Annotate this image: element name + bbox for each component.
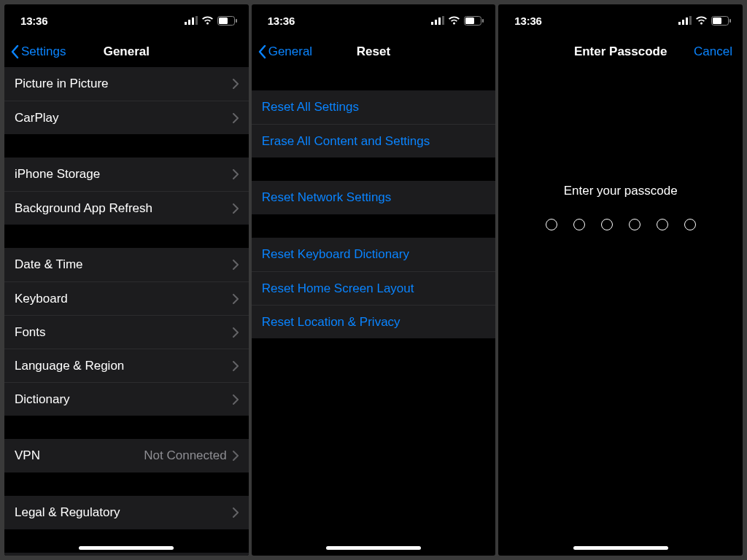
chevron-right-icon: [233, 327, 239, 338]
svg-rect-15: [682, 20, 684, 25]
svg-rect-9: [438, 18, 441, 25]
svg-rect-0: [185, 22, 187, 25]
passcode-dot: [684, 219, 696, 230]
chevron-right-icon: [233, 508, 239, 518]
svg-rect-12: [465, 18, 474, 24]
row-background-app-refresh[interactable]: Background App Refresh: [4, 191, 249, 225]
status-time: 13:36: [20, 15, 47, 27]
status-bar: 13:36: [252, 4, 496, 36]
back-button-general[interactable]: General: [258, 44, 312, 59]
chevron-right-icon: [233, 451, 239, 461]
row-picture-in-picture[interactable]: Picture in Picture: [4, 67, 249, 101]
status-icons: [431, 16, 484, 26]
svg-rect-6: [236, 19, 237, 23]
nav-title: General: [104, 44, 150, 59]
nav-bar: Settings General: [4, 36, 249, 67]
back-label: Settings: [21, 44, 66, 59]
svg-rect-16: [686, 18, 688, 25]
svg-rect-5: [219, 18, 228, 24]
row-date-time[interactable]: Date & Time: [4, 248, 249, 281]
cellular-icon: [678, 16, 692, 25]
wifi-icon: [201, 16, 214, 25]
back-button-settings[interactable]: Settings: [10, 44, 66, 59]
passcode-prompt: Enter your passcode: [564, 184, 678, 198]
status-icons: [185, 16, 237, 26]
home-indicator[interactable]: [326, 546, 421, 550]
cellular-icon: [431, 16, 444, 25]
vpn-status: Not Connected: [144, 448, 226, 463]
row-reset-home-screen-layout[interactable]: Reset Home Screen Layout: [252, 271, 496, 305]
chevron-left-icon: [10, 44, 19, 59]
back-label: General: [268, 44, 312, 59]
passcode-dot: [573, 219, 585, 230]
battery-icon: [217, 16, 237, 26]
svg-rect-8: [435, 20, 437, 25]
passcode-body: Enter your passcode: [498, 67, 743, 556]
settings-list[interactable]: Picture in Picture CarPlay iPhone Storag…: [4, 67, 249, 556]
svg-rect-17: [689, 16, 692, 25]
nav-bar: General Reset: [252, 36, 496, 67]
status-time: 13:36: [268, 15, 295, 27]
nav-title: Enter Passcode: [574, 44, 667, 59]
phone-reset: 13:36 General Reset Reset All Settings E…: [252, 4, 496, 556]
battery-icon: [711, 16, 731, 26]
status-bar: 13:36: [498, 4, 743, 36]
chevron-right-icon: [233, 260, 239, 270]
chevron-right-icon: [233, 169, 239, 179]
row-erase-all-content[interactable]: Erase All Content and Settings: [252, 124, 496, 158]
chevron-right-icon: [233, 79, 239, 89]
passcode-dots[interactable]: [546, 219, 696, 230]
reset-list[interactable]: Reset All Settings Erase All Content and…: [252, 67, 496, 556]
svg-rect-20: [729, 19, 731, 23]
row-reset-network-settings[interactable]: Reset Network Settings: [252, 181, 496, 214]
row-carplay[interactable]: CarPlay: [4, 101, 249, 134]
row-language-region[interactable]: Language & Region: [4, 349, 249, 382]
svg-rect-19: [713, 18, 721, 24]
wifi-icon: [695, 16, 708, 25]
cancel-button[interactable]: Cancel: [694, 44, 737, 59]
chevron-right-icon: [233, 361, 239, 371]
chevron-right-icon: [233, 394, 239, 405]
battery-icon: [464, 16, 484, 26]
status-bar: 13:36: [4, 4, 249, 36]
passcode-dot: [629, 219, 640, 230]
row-iphone-storage[interactable]: iPhone Storage: [4, 158, 249, 191]
row-reset-location-privacy[interactable]: Reset Location & Privacy: [252, 305, 496, 338]
passcode-dot: [657, 219, 668, 230]
svg-rect-10: [442, 16, 444, 25]
row-fonts[interactable]: Fonts: [4, 315, 249, 349]
row-vpn[interactable]: VPNNot Connected: [4, 439, 249, 472]
phone-general: 13:36 Settings General Picture in Pictur…: [4, 4, 249, 556]
nav-bar: Enter Passcode Cancel: [498, 36, 743, 67]
cellular-icon: [185, 16, 198, 25]
svg-rect-1: [188, 20, 190, 25]
wifi-icon: [448, 16, 460, 25]
row-reset-keyboard-dictionary[interactable]: Reset Keyboard Dictionary: [252, 238, 496, 271]
passcode-dot: [546, 219, 557, 230]
row-reset[interactable]: Reset: [4, 553, 249, 556]
phone-passcode: 13:36 Enter Passcode Cancel Enter your p…: [498, 4, 743, 556]
svg-rect-13: [482, 19, 484, 23]
svg-rect-7: [431, 22, 433, 25]
chevron-left-icon: [258, 44, 266, 59]
row-keyboard[interactable]: Keyboard: [4, 281, 249, 315]
svg-rect-14: [678, 22, 681, 25]
nav-title: Reset: [357, 44, 390, 59]
home-indicator[interactable]: [79, 546, 174, 550]
svg-rect-3: [196, 16, 198, 25]
chevron-right-icon: [233, 113, 239, 123]
status-time: 13:36: [514, 15, 541, 27]
row-dictionary[interactable]: Dictionary: [4, 382, 249, 416]
passcode-dot: [601, 219, 613, 230]
svg-rect-2: [192, 18, 194, 25]
status-icons: [678, 16, 731, 26]
home-indicator[interactable]: [573, 546, 668, 550]
chevron-right-icon: [233, 203, 239, 214]
chevron-right-icon: [233, 294, 239, 304]
row-reset-all-settings[interactable]: Reset All Settings: [252, 90, 496, 124]
row-legal-regulatory[interactable]: Legal & Regulatory: [4, 496, 249, 529]
